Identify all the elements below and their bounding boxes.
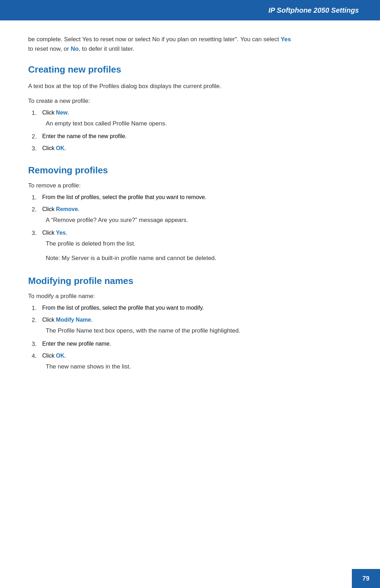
header-title: IP Softphone 2050 Settings — [268, 6, 359, 14]
new-link[interactable]: New — [56, 110, 68, 116]
step-content-2: Enter the name of the new profile. — [42, 133, 296, 140]
modify-name-link[interactable]: Modify Name — [56, 317, 91, 323]
section-removing-profiles: Removing profiles To remove a profile: 1… — [28, 165, 296, 263]
step-number-m1: 1. — [28, 305, 42, 312]
step-number-m4: 4. — [28, 353, 42, 360]
footer-bar: 79 — [352, 569, 380, 588]
step-number-r3: 3. — [28, 230, 42, 237]
step-number-m3: 3. — [28, 341, 42, 348]
remove-link[interactable]: Remove — [56, 206, 78, 212]
step-removing-1: 1. From the list of profiles, select the… — [28, 194, 296, 201]
step-number-3: 3. — [28, 145, 42, 152]
no-link[interactable]: No — [71, 45, 79, 52]
section-heading-creating: Creating new profiles — [28, 64, 296, 75]
step-modifying-3: 3. Enter the new profile name. — [28, 341, 296, 348]
page-container: IP Softphone 2050 Settings be complete. … — [0, 0, 380, 588]
page-number: 79 — [362, 575, 369, 582]
yes-link-removing[interactable]: Yes — [56, 230, 66, 236]
step-number-r2: 2. — [28, 206, 42, 213]
step-sub-m4: The new name shows in the list. — [46, 362, 296, 371]
step-number-1: 1. — [28, 110, 42, 117]
step-modifying-1: 1. From the list of profiles, select the… — [28, 305, 296, 312]
intro-text-2: to reset now, or — [28, 45, 71, 52]
section-modifying-profile-names: Modifying profile names To modify a prof… — [28, 276, 296, 371]
section-desc-creating: A text box at the top of the Profiles di… — [28, 81, 296, 91]
step-content-r3: Click Yes. — [42, 230, 296, 236]
section-creating-new-profiles: Creating new profiles A text box at the … — [28, 64, 296, 152]
intro-text-3: , to defer it until later. — [79, 45, 134, 52]
step-removing-3: 3. Click Yes. The profile is deleted fro… — [28, 230, 296, 248]
step-content-m3: Enter the new profile name. — [42, 341, 296, 347]
step-content-m1: From the list of profiles, select the pr… — [42, 305, 296, 311]
intro-paragraph: be complete. Select Yes to reset now or … — [28, 35, 296, 54]
intro-text-1: be complete. Select Yes to reset now or … — [28, 36, 281, 43]
yes-link[interactable]: Yes — [281, 36, 291, 43]
steps-intro-removing: To remove a profile: — [28, 182, 296, 189]
section-heading-modifying: Modifying profile names — [28, 276, 296, 286]
step-creating-2: 2. Enter the name of the new profile. — [28, 133, 296, 140]
step-sub-r3: The profile is deleted from the list. — [46, 239, 296, 248]
step-number-r1: 1. — [28, 194, 42, 201]
step-sub-r2: A “Remove profile? Are you sure?” messag… — [46, 215, 296, 225]
step-content-r2: Click Remove. — [42, 206, 296, 212]
step-number-2: 2. — [28, 133, 42, 140]
steps-intro-modifying: To modify a profile name: — [28, 293, 296, 300]
step-content-m2: Click Modify Name. — [42, 317, 296, 323]
content-area: be complete. Select Yes to reset now or … — [0, 20, 317, 412]
step-modifying-4: 4. Click OK. The new name shows in the l… — [28, 353, 296, 371]
step-content-1: Click New. — [42, 110, 296, 116]
section-heading-removing: Removing profiles — [28, 165, 296, 176]
step-creating-3: 3. Click OK. — [28, 145, 296, 152]
ok-link-creating[interactable]: OK — [56, 145, 64, 151]
step-modifying-2: 2. Click Modify Name. The Profile Name t… — [28, 317, 296, 335]
step-content-3: Click OK. — [42, 145, 296, 151]
header-bar: IP Softphone 2050 Settings — [0, 0, 380, 20]
step-content-m4: Click OK. — [42, 353, 296, 359]
note-removing: Note: My Server is a built-in profile na… — [46, 253, 296, 263]
step-number-m2: 2. — [28, 317, 42, 324]
ok-link-modifying[interactable]: OK — [56, 353, 64, 359]
step-content-r1: From the list of profiles, select the pr… — [42, 194, 296, 200]
step-creating-1: 1. Click New. An empty text box called P… — [28, 110, 296, 128]
steps-intro-creating: To create a new profile: — [28, 98, 296, 105]
step-sub-m2: The Profile Name text box opens, with th… — [46, 326, 296, 335]
step-removing-2: 2. Click Remove. A “Remove profile? Are … — [28, 206, 296, 225]
step-sub-1: An empty text box called Profile Name op… — [46, 119, 296, 128]
